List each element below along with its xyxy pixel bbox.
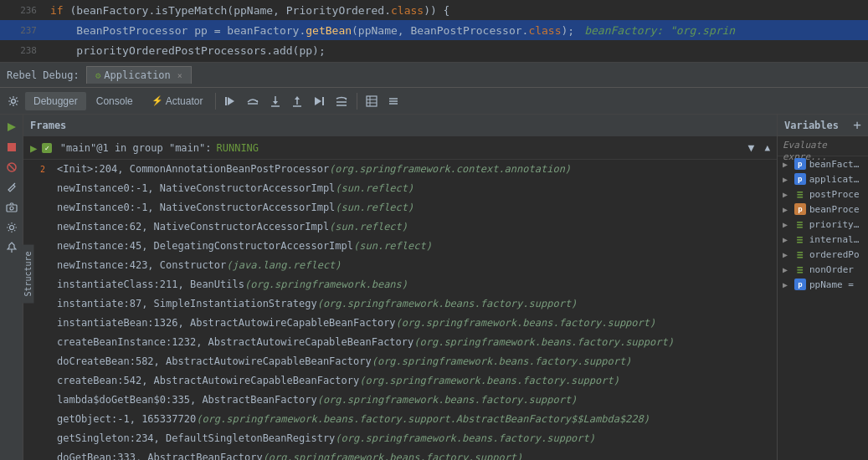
frames-panel: Frames ▶ ✓ "main"@1 in group "main": RUN…: [23, 115, 777, 460]
add-watch-btn[interactable]: +: [853, 117, 861, 133]
svg-marker-11: [315, 97, 321, 105]
thread-status: RUNNING: [216, 142, 259, 154]
collapse-btn[interactable]: ▲: [764, 142, 770, 153]
frame-item-5[interactable]: newInstance:423, Constructor (java.lang.…: [23, 256, 777, 275]
svg-marker-6: [273, 101, 278, 105]
thread-expand-arrow: ▶: [30, 141, 37, 155]
svg-rect-16: [367, 96, 377, 106]
thread-check: ✓: [42, 143, 51, 153]
stepout-btn[interactable]: [287, 93, 307, 110]
runtocursor-icon: [313, 95, 325, 107]
tab-app-icon: ⚙: [95, 70, 101, 81]
tableview-btn[interactable]: [362, 93, 382, 110]
thread-name: "main"@1 in group "main":: [60, 142, 212, 154]
stepover-icon: [246, 95, 259, 107]
stop-icon: [7, 142, 17, 152]
svg-marker-3: [255, 100, 258, 103]
listview-btn[interactable]: [383, 93, 403, 110]
debug-toolbar: Debugger Console ⚡ Actuator: [0, 88, 868, 115]
frame-item-0[interactable]: 2 <Init>:204, CommonAnnotationBeanPostPr…: [23, 160, 777, 179]
var-item-nonOrder[interactable]: ▶ ≡ nonOrder: [778, 262, 868, 277]
frame-item-7[interactable]: instantiate:87, SimpleInstantiationStrat…: [23, 294, 777, 314]
frames-header: Frames: [23, 115, 777, 136]
actuator-icon: ⚡: [152, 95, 163, 106]
frames-list[interactable]: 2 <Init>:204, CommonAnnotationBeanPostPr…: [23, 160, 777, 460]
camera-icon: [6, 202, 18, 212]
frame-item-3[interactable]: newInstance:62, NativeConstructorAccesso…: [23, 217, 777, 237]
rebel-tab-application[interactable]: ⚙ Application ×: [86, 66, 192, 84]
rebel-tab-label: Application: [104, 69, 170, 81]
var-icon-list1: ≡: [794, 188, 806, 200]
frame-item-1[interactable]: newInstance0:-1, NativeConstructorAccess…: [23, 179, 777, 198]
svg-marker-9: [295, 96, 300, 100]
svg-rect-24: [8, 143, 16, 151]
stepinto-icon: [270, 95, 281, 107]
var-item-beanProce[interactable]: ▶ p beanProce: [778, 202, 868, 217]
tab-debugger[interactable]: Debugger: [25, 92, 86, 110]
forcestep-icon: [335, 95, 348, 107]
frame-item-10[interactable]: doCreateBean:582, AbstractAutowireCapabl…: [23, 352, 777, 371]
stepout-icon: [291, 95, 303, 107]
sidebar-stop[interactable]: [3, 138, 21, 156]
frame-item-6[interactable]: instantiateClass:211, BeanUtils (org.spr…: [23, 275, 777, 294]
frame-item-11[interactable]: createBean:542, AbstractAutowireCapableB…: [23, 371, 777, 391]
rebel-label: Rebel Debug:: [7, 69, 80, 81]
var-item-ppName[interactable]: ▶ p ppName =: [778, 277, 868, 292]
frame-item-14[interactable]: getSingleton:234, DefaultSingletonBeanRe…: [23, 429, 777, 448]
var-item-beanFactory[interactable]: ▶ p beanFactor: [778, 156, 868, 171]
var-icon-p4: p: [794, 279, 806, 290]
var-icon-list3: ≡: [794, 233, 806, 245]
tab-console[interactable]: Console: [88, 92, 141, 110]
settings-icon-btn[interactable]: [3, 93, 23, 110]
var-item-priorityOr[interactable]: ▶ ≡ priorityOr: [778, 217, 868, 232]
thread-row[interactable]: ▶ ✓ "main"@1 in group "main": RUNNING ▼ …: [23, 136, 777, 160]
svg-point-30: [9, 226, 13, 230]
eval-bar: Evaluate expre...: [778, 136, 868, 156]
svg-line-27: [13, 183, 15, 185]
code-line-238: 238 priorityOrderedPostProcessors.add(pp…: [0, 40, 868, 60]
frame-item-4[interactable]: newInstance:45, DelegatingConstructorAcc…: [23, 237, 777, 256]
mute-icon: [6, 161, 18, 173]
stepinto-btn[interactable]: [265, 93, 285, 110]
variables-list: ▶ p beanFactor ▶ p applicatio ▶ ≡ postPr…: [778, 156, 868, 460]
settings-icon: [8, 95, 19, 107]
forcestep-btn[interactable]: [331, 93, 352, 110]
sidebar-gear[interactable]: [3, 218, 21, 237]
tableview-icon: [366, 95, 378, 107]
svg-point-29: [10, 207, 13, 210]
tab-actuator[interactable]: ⚡ Actuator: [143, 92, 212, 110]
frame-item-9[interactable]: createBeanInstance:1232, AbstractAutowir…: [23, 333, 777, 352]
rebel-debug-bar: Rebel Debug: ⚙ Application ×: [0, 63, 868, 88]
var-icon-p3: p: [794, 203, 806, 215]
var-icon-list4: ≡: [794, 248, 806, 260]
stepover-btn[interactable]: [242, 93, 264, 110]
sidebar-pin[interactable]: [3, 238, 21, 257]
frame-item-2[interactable]: newInstance0:-1, NativeConstructorAccess…: [23, 198, 777, 217]
svg-rect-28: [7, 205, 17, 212]
frame-item-12[interactable]: lambda$doGetBean$0:335, AbstractBeanFact…: [23, 391, 777, 410]
code-line-236: 236 if (beanFactory.isTypeMatch(ppName, …: [0, 0, 868, 20]
resume-btn[interactable]: [220, 93, 240, 110]
var-icon-list5: ≡: [794, 263, 806, 275]
var-item-postProce[interactable]: ▶ ≡ postProce: [778, 187, 868, 202]
sidebar-mute[interactable]: [3, 158, 21, 176]
var-item-internalPo[interactable]: ▶ ≡ internalPo: [778, 232, 868, 247]
sidebar-camera[interactable]: [3, 198, 21, 217]
svg-line-26: [8, 164, 15, 171]
edit-icon: [7, 182, 17, 192]
sidebar-debug-play[interactable]: [3, 118, 21, 136]
svg-marker-23: [8, 123, 16, 131]
variables-header: Variables +: [778, 115, 868, 136]
var-item-application[interactable]: ▶ p applicatio: [778, 171, 868, 187]
structure-tab[interactable]: Structure: [22, 245, 34, 304]
filter-btn[interactable]: ▼: [748, 141, 755, 154]
frame-item-13[interactable]: getObject:-1, 165337720 (org.springframe…: [23, 410, 777, 429]
play-debug-icon: [6, 121, 18, 133]
main-area: Structure Frames ▶ ✓ "main"@1 in group "…: [0, 115, 868, 460]
frame-item-8[interactable]: instantiateBean:1326, AbstractAutowireCa…: [23, 314, 777, 333]
rebel-tab-close[interactable]: ×: [177, 71, 182, 80]
sidebar-edit[interactable]: [3, 178, 21, 197]
frame-item-15[interactable]: doGetBean:333, AbstractBeanFactory (org.…: [23, 448, 777, 460]
var-item-orderedPo[interactable]: ▶ ≡ orderedPo: [778, 247, 868, 262]
runtocursor-btn[interactable]: [309, 93, 329, 110]
